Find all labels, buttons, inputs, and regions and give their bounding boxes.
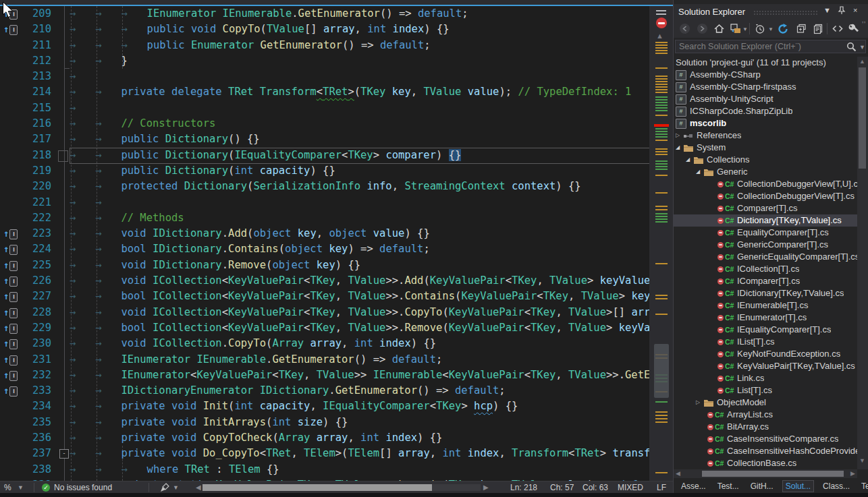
code-line[interactable]: ↑I226→→void ICollection<KeyValuePair<TKe… <box>0 273 649 289</box>
implements-glyph-icon[interactable]: ↑I <box>0 368 23 383</box>
history-filter-icon[interactable] <box>754 23 766 35</box>
line-number[interactable]: 219 <box>23 163 51 179</box>
line-number[interactable]: 216 <box>23 116 51 131</box>
implements-glyph-icon[interactable]: ↑I <box>0 241 23 257</box>
tool-window-tab-test[interactable]: Test... <box>715 481 742 492</box>
hscroll-right-arrow-icon[interactable]: ▶ <box>483 481 489 494</box>
close-icon[interactable]: × <box>853 6 857 14</box>
status-line-ending[interactable]: LF <box>657 481 666 494</box>
tree-item-collectiondebuggerview-t-u-cs[interactable]: C#CollectionDebuggerView[T,U].cs <box>674 178 857 190</box>
line-number[interactable]: 239 <box>23 477 51 481</box>
line-number[interactable]: 209 <box>23 6 51 22</box>
tree-item-genericequalitycomparer-t-cs[interactable]: C#GenericEqualityComparer[T].cs <box>674 251 857 263</box>
tree-item-icomparer-t-cs[interactable]: C#IComparer[T].cs <box>674 275 857 287</box>
properties-wrench-icon[interactable] <box>848 23 860 35</box>
status-character[interactable]: Ch: 57 <box>550 481 574 494</box>
panel-vertical-scrollbar[interactable]: ▲ ▼ <box>857 57 868 469</box>
code-editor[interactable]: - ↑I209→→→IEnumerator IEnumerable.GetEnu… <box>0 6 649 481</box>
tree-item-keyvaluepair-tkey-tvalue-cs[interactable]: C#KeyValuePair[TKey,TValue].cs <box>674 360 857 372</box>
scroll-up-arrow-icon[interactable]: ▲ <box>656 32 663 40</box>
tool-window-tab-tea[interactable]: Tea... <box>859 481 868 492</box>
tree-item-collections[interactable]: ◢Collections <box>674 154 857 166</box>
broom-dropdown-caret-icon[interactable]: ▼ <box>173 481 179 494</box>
code-line[interactable]: ↑I231→→IEnumerator IEnumerable.GetEnumer… <box>0 352 649 368</box>
code-line[interactable]: 211→→→public Enumerator GetEnumerator() … <box>0 38 649 53</box>
tree-item-caseinsensitivecomparer-cs[interactable]: C#CaseInsensitiveComparer.cs <box>674 433 857 445</box>
line-number[interactable]: 237 <box>23 446 51 461</box>
tree-item-assembly-csharp-firstpass[interactable]: #Assembly-CSharp-firstpass <box>674 81 857 93</box>
line-number[interactable]: 214 <box>23 84 51 100</box>
tree-item-assembly-csharp[interactable]: #Assembly-CSharp <box>674 69 857 81</box>
hscroll-left-arrow-icon[interactable]: ◀ <box>676 470 680 477</box>
code-line[interactable]: ↑I223→→void IDictionary.Add(object key, … <box>0 226 649 241</box>
implements-glyph-icon[interactable]: ↑I <box>0 22 23 37</box>
sync-dropdown-caret-icon[interactable]: ▼ <box>742 26 748 32</box>
solution-explorer-titlebar[interactable]: Solution Explorer ▼ × <box>674 4 868 20</box>
implements-glyph-icon[interactable]: ↑I <box>0 226 23 241</box>
line-number[interactable]: 215 <box>23 100 51 116</box>
code-line[interactable]: ↑I224→→bool IDictionary.Contains(object … <box>0 241 649 257</box>
split-window-grip-icon[interactable] <box>655 8 667 18</box>
line-number[interactable]: 228 <box>23 305 51 320</box>
code-line[interactable]: ↑I229→→bool ICollection<KeyValuePair<TKe… <box>0 320 649 336</box>
hscroll-right-arrow-icon[interactable]: ▶ <box>850 470 855 477</box>
line-number[interactable]: 232 <box>23 368 51 383</box>
scroll-down-arrow-icon[interactable]: ▼ <box>859 457 865 464</box>
line-number[interactable]: 218 <box>23 148 51 163</box>
line-number[interactable]: 211 <box>23 38 51 53</box>
home-icon[interactable] <box>713 23 726 35</box>
tree-item-dictionary-tkey-tvalue-cs[interactable]: C#Dictionary[TKey,TValue].cs <box>674 214 857 227</box>
panel-horizontal-scrollbar[interactable]: ◀ ▶ <box>674 469 857 478</box>
code-line[interactable]: 222→→// Methods <box>0 210 649 226</box>
line-number[interactable]: 235 <box>23 415 51 430</box>
zoom-control[interactable]: % <box>4 481 11 494</box>
pin-icon[interactable] <box>838 6 846 15</box>
tree-item-genericcomparer-t-cs[interactable]: C#GenericComparer[T].cs <box>674 239 857 251</box>
forward-icon[interactable] <box>697 23 709 35</box>
search-input[interactable]: Search Solution Explorer (Ctrl+¨) ▼ <box>675 40 866 53</box>
collapse-all-icon[interactable] <box>796 23 808 35</box>
code-line[interactable]: 237→→private void Do_CopyTo<TRet, TElem>… <box>0 446 649 461</box>
line-number[interactable]: 221 <box>23 195 51 210</box>
code-line[interactable]: 213→ <box>0 69 649 84</box>
tree-item-icsharpcode-sharpziplib[interactable]: #ICSharpCode.SharpZipLib <box>674 105 857 117</box>
code-line[interactable]: 234→→private void Init(int capacity, IEq… <box>0 399 649 414</box>
tree-item-system[interactable]: ◢System <box>674 142 857 154</box>
code-line[interactable]: 220→→protected Dictionary(SerializationI… <box>0 179 649 194</box>
line-number[interactable]: 212 <box>23 53 51 69</box>
implements-glyph-icon[interactable]: ↑I <box>0 336 23 351</box>
code-line[interactable]: ↑I230→→void ICollection.CopyTo(Array arr… <box>0 336 649 351</box>
implements-glyph-icon[interactable]: ↑I <box>0 383 23 399</box>
line-number[interactable]: 217 <box>23 131 51 147</box>
tool-window-tab-class[interactable]: Class... <box>820 481 852 492</box>
tree-item-ilist-t-cs[interactable]: C#IList[T].cs <box>674 336 857 348</box>
expander-collapsed-icon[interactable]: ▷ <box>696 397 703 409</box>
scroll-up-arrow-icon[interactable]: ▲ <box>859 58 865 65</box>
code-line[interactable]: ↑I232→→IEnumerator<KeyValuePair<TKey, TV… <box>0 368 649 383</box>
history-dropdown-caret-icon[interactable]: ▼ <box>768 26 774 32</box>
tree-item-idictionary-tkey-tvalue-cs[interactable]: C#IDictionary[TKey,TValue].cs <box>674 287 857 299</box>
tree-item-objectmodel[interactable]: ▷ObjectModel <box>674 397 857 409</box>
line-number[interactable]: 220 <box>23 179 51 194</box>
tree-item-mscorlib[interactable]: #mscorlib <box>674 117 857 129</box>
vertical-scrollbar-thumb[interactable] <box>654 344 669 398</box>
code-line[interactable]: 214→→private delegate TRet Transform<TRe… <box>0 84 649 100</box>
tree-item-ienumerable-t-cs[interactable]: C#IEnumerable[T].cs <box>674 299 857 312</box>
search-dropdown-caret-icon[interactable]: ▼ <box>859 44 865 51</box>
format-broom-icon[interactable] <box>160 483 170 492</box>
line-number[interactable]: 222 <box>23 210 51 226</box>
implements-glyph-icon[interactable]: ↑I <box>0 305 23 320</box>
view-code-icon[interactable] <box>832 23 844 35</box>
implements-glyph-icon[interactable]: ↑I <box>0 320 23 336</box>
tree-item-bitarray-cs[interactable]: C#BitArray.cs <box>674 421 857 433</box>
hscroll-left-arrow-icon[interactable]: ◀ <box>196 481 201 494</box>
preview-selected-items-icon[interactable] <box>813 23 825 35</box>
zoom-dropdown-caret-icon[interactable]: ▼ <box>18 481 24 494</box>
tool-window-tab-asse[interactable]: Asse... <box>678 481 709 492</box>
code-line[interactable]: 217→→public Dictionary() {} <box>0 131 649 147</box>
sync-with-active-document-icon[interactable] <box>730 23 742 35</box>
back-icon[interactable] <box>679 23 691 35</box>
status-column[interactable]: Col: 63 <box>582 481 608 494</box>
panel-vscrollbar-thumb[interactable] <box>859 67 866 169</box>
code-line[interactable]: ↑I225→→void IDictionary.Remove(object ke… <box>0 258 649 273</box>
